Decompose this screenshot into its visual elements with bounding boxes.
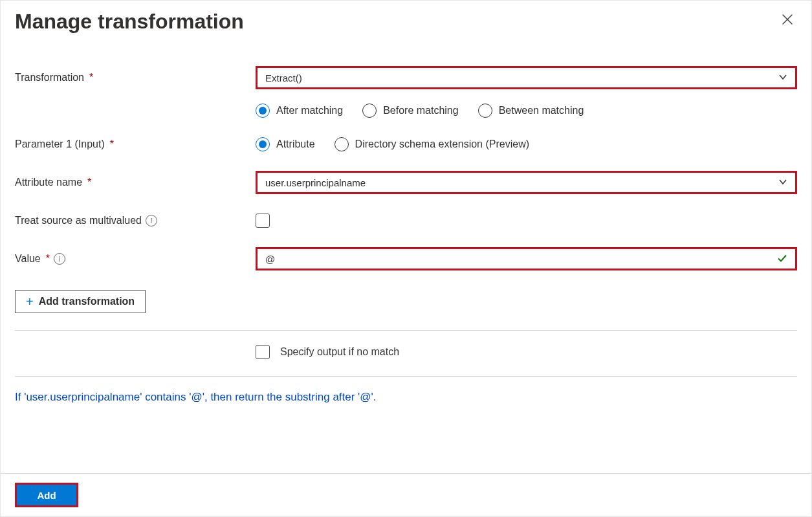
param1-ext-label: Directory schema extension (Preview)	[355, 138, 529, 150]
add-transformation-button[interactable]: + Add transformation	[15, 290, 146, 313]
add-transformation-label: Add transformation	[39, 296, 135, 307]
plus-icon: +	[26, 295, 34, 308]
value-input[interactable]	[265, 254, 777, 265]
attribute-name-select-value: user.userprincipalname	[265, 177, 366, 188]
attribute-name-select[interactable]: user.userprincipalname	[256, 171, 797, 194]
close-icon	[782, 14, 793, 25]
radio-checked-icon	[256, 104, 270, 118]
required-asterisk: *	[89, 72, 93, 83]
match-mode-before-radio[interactable]: Before matching	[362, 104, 459, 118]
transformation-label: Transformation	[15, 72, 84, 83]
value-label: Value	[15, 253, 41, 265]
chevron-down-icon	[778, 177, 787, 188]
param1-ext-radio[interactable]: Directory schema extension (Preview)	[335, 137, 529, 151]
specify-output-checkbox[interactable]	[256, 345, 270, 359]
close-button[interactable]	[778, 10, 797, 29]
param1-attribute-label: Attribute	[276, 138, 315, 150]
specify-output-label: Specify output if no match	[280, 346, 399, 358]
required-asterisk: *	[110, 138, 114, 150]
attribute-name-label: Attribute name	[15, 177, 82, 188]
info-icon[interactable]: i	[54, 253, 65, 265]
parameter1-label: Parameter 1 (Input)	[15, 138, 105, 150]
match-mode-after-radio[interactable]: After matching	[256, 104, 343, 118]
transformation-select[interactable]: Extract()	[256, 66, 797, 89]
info-icon[interactable]: i	[146, 215, 157, 226]
radio-unchecked-icon	[478, 104, 492, 118]
match-mode-between-radio[interactable]: Between matching	[478, 104, 584, 118]
param1-radio-group: Attribute Directory schema extension (Pr…	[256, 137, 529, 151]
add-button-label: Add	[37, 490, 56, 501]
match-mode-before-label: Before matching	[383, 105, 459, 116]
required-asterisk: *	[87, 177, 91, 188]
required-asterisk: *	[46, 253, 50, 265]
match-mode-radio-group: After matching Before matching Between m…	[256, 104, 584, 118]
add-button[interactable]: Add	[17, 485, 76, 505]
match-mode-after-label: After matching	[276, 105, 343, 116]
page-title: Manage transformation	[15, 10, 244, 34]
divider	[15, 330, 797, 331]
radio-unchecked-icon	[335, 137, 349, 151]
radio-checked-icon	[256, 137, 270, 151]
transformation-explanation: If 'user.userprincipalname' contains '@'…	[15, 391, 797, 404]
value-input-wrapper	[256, 247, 797, 270]
radio-unchecked-icon	[362, 104, 377, 118]
divider	[15, 376, 797, 377]
multivalued-checkbox[interactable]	[256, 214, 270, 228]
multivalued-label: Treat source as multivalued	[15, 215, 142, 226]
valid-check-icon	[777, 253, 787, 265]
transformation-select-value: Extract()	[265, 72, 302, 83]
chevron-down-icon	[778, 72, 787, 83]
param1-attribute-radio[interactable]: Attribute	[256, 137, 315, 151]
match-mode-between-label: Between matching	[499, 105, 584, 116]
